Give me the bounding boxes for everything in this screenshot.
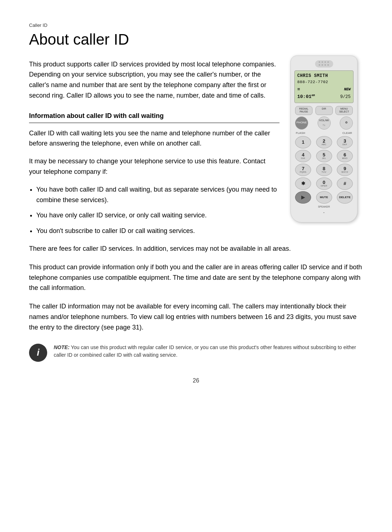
para2: There are fees for caller ID services. I…: [29, 244, 363, 254]
note-label: NOTE:: [54, 344, 70, 350]
section-heading: Information about caller ID with call wa…: [29, 111, 279, 123]
intro-paragraph: This product supports caller ID services…: [29, 59, 279, 101]
mute-button[interactable]: MUTE: [316, 191, 332, 204]
phone-speaker: [315, 60, 333, 67]
note-box: i NOTE: You can use this product with re…: [29, 344, 363, 362]
key-star-button[interactable]: ✱: [295, 177, 311, 190]
key-9-button[interactable]: 9WXYZ: [337, 164, 353, 176]
para4: The caller ID information may not be ava…: [29, 301, 363, 332]
note-icon: i: [29, 344, 47, 362]
flash-label: FLASH: [296, 131, 305, 135]
bullet-list: You have both caller ID and call waiting…: [36, 184, 279, 236]
para3: This product can provide information onl…: [29, 262, 363, 293]
cid-button[interactable]: ✿: [340, 116, 353, 130]
dir-button[interactable]: DIR: [315, 106, 333, 115]
phone-display: CHRIS SMITH 888-722-7702 ≡ NEW 10:01AM 9…: [294, 70, 354, 103]
page-title: About caller ID: [29, 30, 363, 49]
bullet-intro: It may be necessary to change your telep…: [29, 156, 279, 177]
page-number: 26: [29, 376, 363, 385]
phone-illustration: CHRIS SMITH 888-722-7702 ≡ NEW 10:01AM 9…: [290, 56, 363, 223]
phone-button[interactable]: PHONE: [295, 116, 308, 130]
key-1-button[interactable]: 1: [295, 136, 311, 148]
key-5-button[interactable]: 5JKL: [316, 150, 332, 162]
volume-button[interactable]: VOL/MI↑↓: [318, 116, 331, 130]
section-body: Caller ID with call waiting lets you see…: [29, 128, 279, 149]
list-item: You have both caller ID and call waiting…: [36, 184, 279, 205]
key-8-button[interactable]: 8TUV: [316, 164, 332, 176]
list-item: You don't subscribe to caller ID or call…: [36, 226, 279, 236]
key-pound-button[interactable]: #: [337, 177, 353, 190]
menu-select-button[interactable]: MENUSELECT: [335, 106, 353, 115]
key-4-button[interactable]: 4GHI: [295, 150, 311, 162]
key-3-button[interactable]: 3DEF: [337, 136, 353, 148]
redial-pause-button[interactable]: REDIALPAUSE: [295, 106, 313, 115]
key-7-button[interactable]: 7PQRS: [295, 164, 311, 176]
delete-button[interactable]: DELETE: [337, 191, 353, 204]
list-item: You have only caller ID service, or only…: [36, 210, 279, 221]
key-0-button[interactable]: 0OPER: [316, 177, 332, 190]
speaker-label-text: SPEAKER: [294, 205, 354, 209]
phone-dot: •: [294, 210, 354, 215]
breadcrumb: Caller ID: [29, 22, 363, 29]
note-text: NOTE: You can use this product with regu…: [54, 344, 363, 359]
speaker-button[interactable]: ▶: [295, 191, 311, 204]
key-6-button[interactable]: 6MNO: [337, 150, 353, 162]
clear-label: CLEAR: [342, 131, 352, 135]
key-2-button[interactable]: 2ABC: [316, 136, 332, 148]
